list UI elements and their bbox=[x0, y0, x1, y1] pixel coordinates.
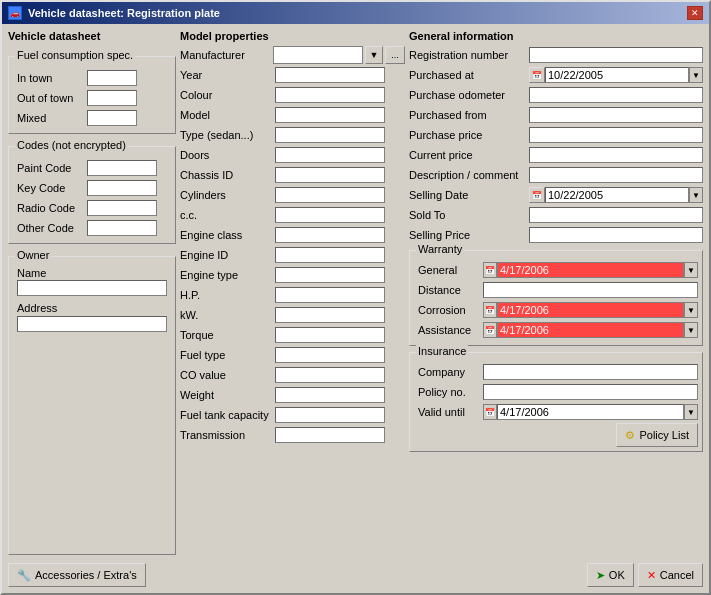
insurance-valid-date-input[interactable] bbox=[497, 404, 684, 420]
hp-input[interactable] bbox=[275, 287, 385, 303]
warranty-title: Warranty bbox=[416, 243, 464, 255]
purchased-from-input[interactable] bbox=[529, 107, 703, 123]
ok-button[interactable]: ➤ OK bbox=[587, 563, 634, 587]
cylinders-input[interactable] bbox=[275, 187, 385, 203]
doors-input[interactable] bbox=[275, 147, 385, 163]
engine-id-input[interactable] bbox=[275, 247, 385, 263]
other-code-input[interactable] bbox=[87, 220, 157, 236]
cancel-label: Cancel bbox=[660, 569, 694, 581]
reg-number-row: Registration number bbox=[409, 46, 703, 64]
warranty-general-dropdown-btn[interactable]: ▼ bbox=[684, 262, 698, 278]
codes-panel: Codes (not encrypted) Paint Code Key Cod… bbox=[8, 146, 176, 244]
cancel-icon: ✕ bbox=[647, 569, 656, 582]
type-label: Type (sedan...) bbox=[180, 129, 275, 141]
warranty-corrosion-label: Corrosion bbox=[418, 304, 483, 316]
key-code-input[interactable] bbox=[87, 180, 157, 196]
warranty-corrosion-date: 📅 ▼ bbox=[483, 302, 698, 318]
warranty-corrosion-dropdown-btn[interactable]: ▼ bbox=[684, 302, 698, 318]
reg-number-input[interactable] bbox=[529, 47, 703, 63]
selling-price-input[interactable] bbox=[529, 227, 703, 243]
owner-name-row: Name bbox=[17, 267, 171, 296]
purchased-at-dropdown-btn[interactable]: ▼ bbox=[689, 67, 703, 83]
transmission-input[interactable] bbox=[275, 427, 385, 443]
owner-address-input[interactable] bbox=[17, 316, 167, 332]
model-input[interactable] bbox=[275, 107, 385, 123]
in-town-input[interactable] bbox=[87, 70, 137, 86]
cancel-button[interactable]: ✕ Cancel bbox=[638, 563, 703, 587]
owner-name-input[interactable] bbox=[17, 280, 167, 296]
manufacturer-browse-btn[interactable]: ... bbox=[385, 46, 405, 64]
ok-icon: ➤ bbox=[596, 569, 605, 582]
type-row: Type (sedan...) bbox=[180, 126, 405, 144]
warranty-corrosion-date-input[interactable] bbox=[497, 302, 684, 318]
fuel-tank-input[interactable] bbox=[275, 407, 385, 423]
window-icon: 🚗 bbox=[8, 6, 22, 20]
engine-type-input[interactable] bbox=[275, 267, 385, 283]
radio-code-label: Radio Code bbox=[17, 202, 87, 214]
warranty-general-date-input[interactable] bbox=[497, 262, 684, 278]
selling-date-input[interactable] bbox=[545, 187, 689, 203]
fuel-type-input[interactable] bbox=[275, 347, 385, 363]
close-button[interactable]: ✕ bbox=[687, 6, 703, 20]
colour-input[interactable] bbox=[275, 87, 385, 103]
warranty-distance-input[interactable] bbox=[483, 282, 698, 298]
chassis-input[interactable] bbox=[275, 167, 385, 183]
fuel-mixed-row: Mixed bbox=[17, 109, 171, 127]
paint-code-input[interactable] bbox=[87, 160, 157, 176]
manufacturer-dropdown[interactable] bbox=[273, 46, 363, 64]
engine-class-label: Engine class bbox=[180, 229, 275, 241]
year-input[interactable] bbox=[275, 67, 385, 83]
warranty-general-cal-icon[interactable]: 📅 bbox=[483, 262, 497, 278]
cylinders-label: Cylinders bbox=[180, 189, 275, 201]
purchased-from-row: Purchased from bbox=[409, 106, 703, 124]
colour-row: Colour bbox=[180, 86, 405, 104]
fuel-in-town-row: In town bbox=[17, 69, 171, 87]
mixed-input[interactable] bbox=[87, 110, 137, 126]
weight-input[interactable] bbox=[275, 387, 385, 403]
bottom-bar: 🔧 Accessories / Extra's ➤ OK ✕ Cancel bbox=[8, 559, 703, 587]
selling-date-dropdown-btn[interactable]: ▼ bbox=[689, 187, 703, 203]
co-input[interactable] bbox=[275, 367, 385, 383]
selling-date-calendar-icon[interactable]: 📅 bbox=[529, 187, 545, 203]
policy-list-label: Policy List bbox=[639, 429, 689, 441]
purchased-at-date-input[interactable] bbox=[545, 67, 689, 83]
fuel-type-row: Fuel type bbox=[180, 346, 405, 364]
kw-input[interactable] bbox=[275, 307, 385, 323]
selling-date-picker: 📅 ▼ bbox=[529, 187, 703, 203]
selling-price-label: Selling Price bbox=[409, 229, 529, 241]
selling-date-label: Selling Date bbox=[409, 189, 529, 201]
insurance-company-input[interactable] bbox=[483, 364, 698, 380]
torque-input[interactable] bbox=[275, 327, 385, 343]
sold-to-label: Sold To bbox=[409, 209, 529, 221]
insurance-policy-input[interactable] bbox=[483, 384, 698, 400]
warranty-corrosion-cal-icon[interactable]: 📅 bbox=[483, 302, 497, 318]
policy-list-container: ⚙ Policy List bbox=[418, 423, 698, 447]
purchase-price-input[interactable] bbox=[529, 127, 703, 143]
policy-list-button[interactable]: ⚙ Policy List bbox=[616, 423, 698, 447]
insurance-valid-cal-icon[interactable]: 📅 bbox=[483, 404, 497, 420]
warranty-assistance-dropdown-btn[interactable]: ▼ bbox=[684, 322, 698, 338]
warranty-assistance-date-input[interactable] bbox=[497, 322, 684, 338]
warranty-panel: Warranty General 📅 ▼ bbox=[409, 250, 703, 346]
main-area: Vehicle datasheet Fuel consumption spec.… bbox=[8, 30, 703, 555]
engine-class-input[interactable] bbox=[275, 227, 385, 243]
purchase-odometer-input[interactable] bbox=[529, 87, 703, 103]
fuel-out-of-town-row: Out of town bbox=[17, 89, 171, 107]
out-of-town-input[interactable] bbox=[87, 90, 137, 106]
type-input[interactable] bbox=[275, 127, 385, 143]
current-price-input[interactable] bbox=[529, 147, 703, 163]
warranty-assistance-cal-icon[interactable]: 📅 bbox=[483, 322, 497, 338]
current-price-label: Current price bbox=[409, 149, 529, 161]
insurance-company-row: Company bbox=[418, 363, 698, 381]
accessories-button[interactable]: 🔧 Accessories / Extra's bbox=[8, 563, 146, 587]
hp-label: H.P. bbox=[180, 289, 275, 301]
description-input[interactable] bbox=[529, 167, 703, 183]
cc-input[interactable] bbox=[275, 207, 385, 223]
sold-to-input[interactable] bbox=[529, 207, 703, 223]
owner-panel: Owner Name Address bbox=[8, 256, 176, 555]
purchased-at-calendar-icon[interactable]: 📅 bbox=[529, 67, 545, 83]
insurance-valid-dropdown-btn[interactable]: ▼ bbox=[684, 404, 698, 420]
radio-code-input[interactable] bbox=[87, 200, 157, 216]
accessories-icon: 🔧 bbox=[17, 569, 31, 582]
manufacturer-dropdown-btn[interactable]: ▼ bbox=[365, 46, 383, 64]
